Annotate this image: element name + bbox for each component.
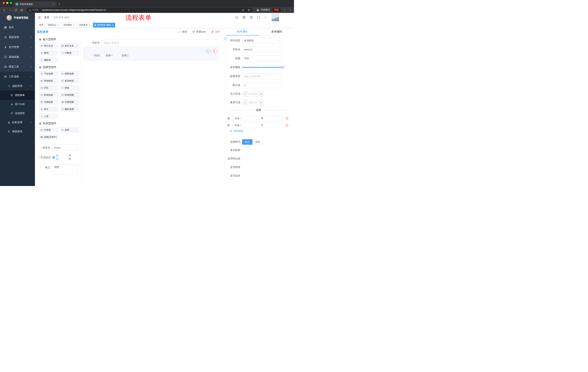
view-json-button[interactable]: 查看json bbox=[192, 30, 206, 33]
sidebar-item-payment[interactable]: 支付管理 bbox=[0, 42, 35, 52]
link-icon[interactable] bbox=[223, 37, 227, 41]
tab-close-icon[interactable] bbox=[52, 3, 55, 5]
tag-process-model[interactable]: 流程模型 bbox=[62, 23, 76, 28]
option-value-input[interactable] bbox=[259, 123, 283, 128]
forward-icon[interactable] bbox=[8, 9, 12, 11]
field-name-input[interactable] bbox=[242, 47, 282, 53]
sidebar-item-user-group[interactable]: 用户分组 bbox=[0, 100, 35, 109]
sidebar-item-infrastructure[interactable]: 基础设施 bbox=[0, 52, 35, 62]
palette-item-date-range[interactable]: 日期范围 bbox=[60, 99, 79, 105]
tab-component-props[interactable]: 组件属性 bbox=[225, 28, 260, 35]
palette-item-upload[interactable]: 上传 bbox=[39, 113, 58, 119]
palette-item-multi-text[interactable]: 多行文本 bbox=[60, 43, 79, 49]
plus-button[interactable]: + bbox=[258, 100, 263, 105]
option-label-input[interactable] bbox=[233, 123, 257, 128]
add-option-button[interactable]: 添加选项 bbox=[225, 129, 294, 133]
update-button[interactable]: 更新 bbox=[272, 8, 281, 12]
sidebar-item-leave-query[interactable]: 请假查询 bbox=[0, 127, 35, 136]
tag-process-form-edit[interactable]: 流程表单-编辑 bbox=[93, 23, 115, 28]
tab-form-props[interactable]: 表单属性 bbox=[260, 28, 294, 35]
form-name-input[interactable] bbox=[52, 145, 78, 150]
profile-chevron-icon[interactable] bbox=[288, 9, 292, 11]
form-remark-textarea[interactable]: 嘿嘿 bbox=[52, 164, 78, 175]
palette-item-password[interactable]: 密码 bbox=[39, 50, 58, 56]
home-icon[interactable] bbox=[19, 9, 24, 11]
minimize-window-button[interactable] bbox=[6, 2, 8, 4]
clear-button[interactable]: 清空 bbox=[211, 30, 220, 33]
tag-home[interactable]: 首页 bbox=[37, 23, 45, 28]
tag-process-form[interactable]: 流程表单 bbox=[77, 23, 92, 28]
sidebar-item-task-manage[interactable]: 任务管理 bbox=[0, 118, 35, 127]
palette-item-slider[interactable]: 滑块 bbox=[60, 85, 79, 91]
status-radio-off[interactable]: 关闭 bbox=[65, 154, 73, 161]
slider-track[interactable] bbox=[242, 67, 283, 68]
palette-item-table[interactable]: 表格[开发中] bbox=[39, 134, 58, 140]
palette-item-select[interactable]: 下拉选择 bbox=[39, 71, 58, 77]
tag-close-icon[interactable] bbox=[112, 24, 114, 26]
browser-tab[interactable]: 芋道管理系统 bbox=[14, 1, 56, 7]
gender-option-1-checkbox[interactable]: 选项一 bbox=[102, 54, 113, 57]
hamburger-icon[interactable] bbox=[38, 16, 41, 19]
max-select-input[interactable] bbox=[247, 100, 258, 105]
close-window-button[interactable] bbox=[2, 2, 5, 4]
drag-handle-icon[interactable] bbox=[227, 124, 230, 127]
gender-option-2-checkbox[interactable]: 选项二 bbox=[118, 54, 129, 57]
option-style-default[interactable]: 默认 bbox=[242, 139, 252, 145]
palette-item-button[interactable]: 按钮 bbox=[60, 127, 79, 133]
search-icon[interactable] bbox=[235, 16, 238, 19]
palette-item-switch[interactable]: 开关 bbox=[39, 85, 58, 91]
option-style-button[interactable]: 按钮 bbox=[252, 139, 263, 145]
app-logo[interactable]: 芋道管理系统 bbox=[0, 13, 35, 22]
palette-item-single-text[interactable]: 单行文本 bbox=[39, 43, 58, 49]
breadcrumb-home[interactable]: 首页 bbox=[44, 16, 49, 19]
label-width-input[interactable] bbox=[242, 73, 282, 79]
browser-menu-icon[interactable] bbox=[282, 9, 287, 11]
minus-button[interactable]: − bbox=[242, 91, 247, 96]
palette-item-rate[interactable]: 评分 bbox=[39, 106, 58, 112]
user-avatar[interactable] bbox=[272, 14, 279, 21]
component-type-select[interactable]: 多选框组 bbox=[242, 38, 282, 43]
palette-item-radio-group[interactable]: 单选框组 bbox=[39, 78, 58, 84]
sidebar-item-home[interactable]: 首页 bbox=[0, 22, 35, 32]
security-warning-icon[interactable] bbox=[29, 9, 31, 11]
tag-process-definition[interactable]: 流程定义 bbox=[46, 23, 61, 28]
minus-button[interactable]: − bbox=[242, 100, 247, 105]
sidebar-item-process-manage[interactable]: 流程管理 bbox=[0, 82, 35, 91]
default-value-input[interactable] bbox=[242, 82, 282, 88]
palette-item-time-picker[interactable]: 时间选择 bbox=[39, 92, 58, 98]
sidebar-item-workflow[interactable]: 工作流程 bbox=[0, 72, 35, 82]
remove-option-icon[interactable] bbox=[285, 124, 289, 127]
bookmark-star-icon[interactable] bbox=[247, 9, 250, 11]
plus-button[interactable]: + bbox=[258, 91, 263, 96]
status-radio-on[interactable]: 开启 bbox=[52, 154, 60, 161]
canvas-field-phone[interactable]: *手机号 bbox=[83, 39, 220, 47]
url-text[interactable]: dashboard.yudao.iocoder.cn/bpm/manager/f… bbox=[42, 9, 239, 11]
drag-handle-icon[interactable] bbox=[227, 117, 230, 120]
palette-item-time-range[interactable]: 时间范围 bbox=[60, 92, 79, 98]
font-size-icon[interactable]: TT bbox=[264, 16, 267, 19]
remove-option-icon[interactable] bbox=[285, 117, 289, 120]
palette-item-checkbox-group[interactable]: 多选框组 bbox=[60, 78, 79, 84]
delete-component-button[interactable] bbox=[212, 49, 217, 53]
palette-item-color-picker[interactable]: 颜色选择 bbox=[60, 106, 79, 112]
palette-item-counter[interactable]: 123计数器 bbox=[60, 50, 79, 56]
back-icon[interactable] bbox=[2, 9, 7, 11]
palette-item-cascader[interactable]: 级联选择 bbox=[60, 71, 79, 77]
palette-item-editor[interactable]: 编辑器 bbox=[39, 57, 58, 63]
palette-item-date-picker[interactable]: 日期选择 bbox=[39, 99, 58, 105]
sidebar-item-process-form[interactable]: 流程表单 bbox=[0, 91, 35, 100]
tag-close-icon[interactable] bbox=[57, 24, 59, 26]
github-icon[interactable] bbox=[242, 16, 246, 19]
reload-icon[interactable] bbox=[13, 9, 18, 11]
copy-component-button[interactable] bbox=[206, 49, 210, 53]
title-input[interactable] bbox=[242, 55, 282, 61]
option-value-input[interactable] bbox=[259, 116, 283, 121]
slider-handle[interactable] bbox=[282, 66, 284, 68]
min-select-input[interactable] bbox=[247, 91, 258, 96]
help-icon[interactable] bbox=[250, 16, 253, 19]
sidebar-item-process-model[interactable]: 流程模型 bbox=[0, 109, 35, 118]
fullscreen-icon[interactable] bbox=[257, 16, 260, 19]
tag-close-icon[interactable] bbox=[73, 24, 75, 26]
palette-item-row-container[interactable]: 行容器 bbox=[39, 127, 58, 133]
phone-input[interactable] bbox=[102, 39, 220, 47]
